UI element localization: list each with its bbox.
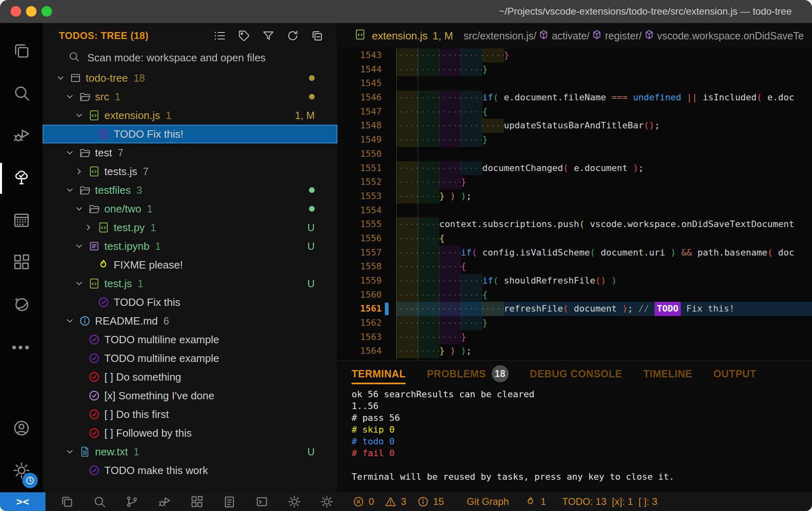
activity-item-more-views[interactable]: ••• (0, 326, 43, 368)
tree-item-new-txt[interactable]: new.txt1U (43, 442, 337, 461)
activity-item-search[interactable] (0, 73, 43, 115)
extensions-icon[interactable] (190, 495, 204, 509)
panel-tab-terminal[interactable]: TERMINAL (352, 361, 406, 387)
code-line-1547[interactable]: 1547{ (338, 105, 812, 119)
tree-item-x-something-i-ve-done[interactable]: [x] Something I've done (43, 386, 337, 405)
gear-icon[interactable] (287, 495, 301, 509)
tree-item-todo-multiline-example[interactable]: TODO multiline example (43, 330, 337, 349)
collapse-all-icon[interactable] (311, 29, 324, 42)
code-line-1565[interactable]: 1565 (338, 358, 812, 360)
code-line-1554[interactable]: 1554 (338, 204, 812, 218)
code-line-1561[interactable]: 1561refreshFile( document ); // TODO Fix… (338, 302, 812, 316)
code-line-1557[interactable]: 1557if( config.isValidScheme( document.u… (338, 246, 812, 260)
chevron-down-icon[interactable] (64, 90, 79, 103)
chevron-down-icon[interactable] (55, 71, 69, 84)
git-branch-icon[interactable] (125, 495, 139, 509)
activity-item-extensions[interactable] (0, 242, 43, 284)
refresh-icon[interactable] (286, 29, 299, 42)
activity-item-explorer[interactable] (0, 30, 43, 73)
code-line-1544[interactable]: 1544} (338, 63, 812, 77)
files-icon[interactable] (60, 495, 74, 509)
chevron-down-icon[interactable] (73, 202, 88, 215)
panel-tab-output[interactable]: OUTPUT (713, 361, 756, 387)
activity-item-calendar-extension[interactable] (0, 199, 43, 242)
tree-item-testfiles[interactable]: testfiles3 (43, 181, 337, 199)
flat-list-icon[interactable] (213, 29, 226, 42)
chevron-down-icon[interactable] (64, 184, 79, 197)
activity-item-account[interactable] (0, 408, 43, 450)
chevron-down-icon[interactable] (64, 445, 79, 458)
chevron-down-icon[interactable] (73, 277, 88, 290)
code-line-1546[interactable]: 1546if( e.document.fileName === undefine… (338, 91, 812, 105)
breadcrumb-segment[interactable]: activate/ (538, 29, 590, 43)
code-line-1551[interactable]: 1551documentChanged( e.document ); (338, 161, 812, 175)
code-line-1556[interactable]: 1556{ (338, 232, 812, 246)
code-line-1555[interactable]: 1555context.subscriptions.push( vscode.w… (338, 217, 812, 232)
debug-icon[interactable] (158, 495, 171, 509)
tree-item-src[interactable]: src1 (43, 87, 337, 106)
panel-tab-timeline[interactable]: TIMELINE (643, 361, 692, 387)
tree-item-todo-make-this-work[interactable]: TODO make this work (43, 461, 337, 480)
code-line-1548[interactable]: 1548updateStatusBarAndTitleBar(); (338, 119, 812, 133)
tree-item-todo-fix-this[interactable]: TODO Fix this (43, 293, 337, 312)
code-editor[interactable]: 1543}1544}15451546if( e.document.fileNam… (338, 48, 812, 360)
panel-tab-debug-console[interactable]: DEBUG CONSOLE (530, 361, 622, 387)
chevron-right-icon[interactable] (83, 221, 97, 234)
code-line-1543[interactable]: 1543} (338, 48, 812, 63)
activity-item-settings[interactable] (0, 450, 43, 492)
tree-item-extension-js[interactable]: extension.js11, M (43, 106, 337, 125)
tag-icon[interactable] (238, 29, 251, 42)
editor-tab-filename[interactable]: extension.js (372, 30, 428, 42)
tree-item-one-two[interactable]: one/two1 (43, 199, 337, 218)
code-line-1550[interactable]: 1550 (338, 147, 812, 161)
activity-item-run-debug[interactable] (0, 115, 43, 157)
code-line-1552[interactable]: 1552} (338, 175, 812, 189)
chevron-down-icon[interactable] (73, 109, 88, 122)
search-icon[interactable] (93, 495, 106, 509)
todo-summary-status-item[interactable]: TODO: 13 [x]: 1 [ ]: 3 (562, 496, 657, 507)
tree-item-readme-md[interactable]: README.md6 (43, 312, 337, 330)
chevron-down-icon[interactable] (64, 146, 79, 159)
breadcrumb-segment[interactable]: vscode.workspace.onDidSaveTe (644, 29, 804, 43)
gear-icon[interactable] (320, 495, 334, 509)
git-graph-status-item[interactable]: Git Graph (466, 496, 509, 507)
chevron-down-icon[interactable] (73, 240, 88, 253)
checklist-icon[interactable] (222, 495, 236, 509)
tree-item-todo-multiline-example[interactable]: TODO multiline example (43, 349, 337, 368)
flame-status-item[interactable]: 1 (525, 496, 546, 507)
terminal-output[interactable]: ok 56 searchResults can be cleared1..56#… (352, 387, 812, 483)
code-line-1559[interactable]: 1559if( shouldRefreshFile() ) (338, 274, 812, 288)
code-line-1564[interactable]: 1564} ) ); (338, 344, 812, 358)
tree-item-tests-js[interactable]: tests.js7 (43, 162, 337, 181)
code-line-1562[interactable]: 1562} (338, 316, 812, 330)
remote-indicator[interactable]: >< (0, 492, 45, 511)
code-line-1560[interactable]: 1560{ (338, 288, 812, 302)
scan-mode-row[interactable]: Scan mode: workspace and open files (43, 48, 337, 67)
terminal-box-icon[interactable] (255, 495, 269, 509)
tree-item-todo-tree[interactable]: todo-tree18 (43, 69, 337, 87)
chevron-right-icon[interactable] (73, 165, 88, 178)
code-line-1558[interactable]: 1558{ (338, 260, 812, 274)
tree-item-test[interactable]: test7 (43, 143, 337, 162)
tree-item-followed-by-this[interactable]: [ ] Followed by this (43, 424, 337, 442)
breadcrumb-segment[interactable]: src/extension.js/ (464, 30, 536, 42)
chevron-down-icon[interactable] (64, 314, 79, 327)
code-line-1553[interactable]: 1553} ) ); (338, 189, 812, 204)
code-line-1563[interactable]: 1563} (338, 330, 812, 344)
activity-item-todo-tree[interactable] (0, 157, 43, 199)
problems-status[interactable]: 0315 (352, 496, 450, 508)
tree-item-do-something[interactable]: [ ] Do something (43, 368, 337, 386)
activity-item-planet-extension[interactable] (0, 284, 43, 326)
tree-item-test-js[interactable]: test.js1U (43, 274, 337, 293)
breadcrumb-segment[interactable]: register/ (591, 29, 641, 43)
tree-item-test-py[interactable]: test.py1U (43, 218, 337, 237)
code-line-1549[interactable]: 1549} (338, 133, 812, 147)
tree-item-test-ipynb[interactable]: test.ipynb1U (43, 237, 337, 256)
tree-item-fixme-please[interactable]: FIXME please! (43, 256, 337, 274)
tree-item-do-this-first[interactable]: [ ] Do this first (43, 405, 337, 424)
filter-icon[interactable] (262, 29, 275, 42)
bottom-panel: TERMINALPROBLEMS18DEBUG CONSOLETIMELINEO… (338, 360, 812, 492)
tree-item-todo-fix-this[interactable]: TODO Fix this! (43, 125, 337, 143)
panel-tab-problems[interactable]: PROBLEMS18 (427, 361, 509, 387)
code-line-1545[interactable]: 1545 (338, 76, 812, 91)
